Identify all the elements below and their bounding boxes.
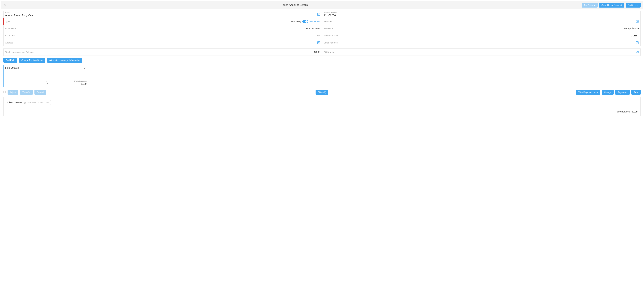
- name-label: Name: [5, 11, 10, 13]
- content-area: Name Annual Promo Petty Cash Account Num…: [1, 9, 643, 118]
- web-payment-links-button[interactable]: Web Payment Links: [576, 90, 600, 95]
- folio-buttons-row: Add Folio Charge Routing Setup Alternate…: [3, 58, 641, 63]
- edit-icon[interactable]: [317, 41, 320, 44]
- folio-card[interactable]: Folio 000710 Folio Balance $0.00: [3, 65, 88, 87]
- adjust-button[interactable]: Adjust: [8, 90, 18, 95]
- total-row: Total House Account Balance $0.00 PO Num…: [3, 48, 641, 56]
- action-bar: Adjust Transfer Refund Filter (0) Web Pa…: [3, 90, 641, 95]
- total-balance-value: $0.00: [314, 51, 320, 53]
- svg-point-6: [46, 81, 47, 82]
- folio-panel-header: Folio - 000710 Start Date - End Date: [6, 100, 638, 105]
- svg-rect-3: [636, 41, 638, 44]
- account-number-label: Account Number: [324, 11, 338, 13]
- company-label: Company: [5, 34, 14, 37]
- charge-routing-button[interactable]: Charge Routing Setup: [19, 58, 46, 63]
- date-separator: -: [38, 101, 39, 104]
- email-label: Email Address: [324, 41, 338, 44]
- type-cell: Type Temporary Permanent: [4, 18, 322, 25]
- payments-button[interactable]: Payments: [615, 90, 630, 95]
- alt-language-button[interactable]: Alternate Language Information: [47, 58, 82, 63]
- edit-icon[interactable]: [636, 50, 639, 53]
- method-of-pay-label: Method of Pay: [324, 34, 338, 37]
- tax-exempt-button[interactable]: Tax Exempt: [582, 3, 598, 7]
- total-balance-label: Total House Account Balance: [5, 51, 34, 53]
- open-date-cell: Open Date Nov 05, 2022: [4, 25, 322, 32]
- filter-button[interactable]: Filter (0): [316, 90, 328, 95]
- start-date-placeholder: Start Date: [28, 101, 36, 104]
- permanent-label: Permanent: [310, 20, 320, 23]
- audit-logs-button[interactable]: Audit Logs: [626, 3, 641, 7]
- page-title: House Account Details: [8, 3, 580, 6]
- company-cell: Company NA: [4, 32, 322, 39]
- svg-rect-0: [318, 13, 320, 15]
- temporary-label: Temporary: [291, 20, 301, 23]
- panel-balance-label: Folio Balance: [616, 110, 630, 113]
- type-toggle[interactable]: [302, 20, 308, 23]
- address-label: Address: [5, 41, 13, 44]
- remarks-cell: Remarks: [322, 18, 640, 25]
- svg-point-5: [84, 68, 85, 69]
- svg-rect-4: [636, 51, 638, 53]
- add-folio-button[interactable]: Add Folio: [3, 58, 17, 63]
- type-toggle-group: Temporary Permanent: [291, 20, 320, 23]
- end-date-value: Not Applicable: [624, 27, 639, 30]
- folio-panel-title: Folio - 000710: [6, 101, 22, 104]
- panel-balance-value: $0.00: [632, 110, 638, 113]
- account-number-cell: Account Number 111-00000: [322, 11, 640, 18]
- edit-icon[interactable]: [636, 20, 639, 23]
- type-label: Type: [5, 20, 291, 23]
- open-date-label: Open Date: [5, 27, 16, 30]
- folio-detail-panel: Folio - 000710 Start Date - End Date Fol…: [3, 97, 641, 116]
- folio-card-title: Folio 000710: [5, 66, 86, 69]
- po-number-label: PO Number: [324, 51, 335, 53]
- po-number-cell: PO Number: [322, 48, 640, 55]
- select-all-checkbox[interactable]: [3, 91, 6, 93]
- folio-panel-footer: Folio Balance $0.00: [6, 110, 638, 113]
- svg-point-10: [46, 84, 47, 84]
- gear-icon[interactable]: [83, 66, 86, 70]
- header-actions: Tax Exempt Clear House Account Audit Log…: [582, 3, 641, 7]
- total-balance-cell: Total House Account Balance $0.00: [4, 48, 322, 55]
- refund-button[interactable]: Refund: [34, 90, 46, 95]
- svg-rect-14: [24, 102, 26, 103]
- email-cell: Email Address: [322, 39, 640, 46]
- header-bar: ✕ House Account Details Tax Exempt Clear…: [1, 1, 643, 9]
- end-date-label: End Date: [324, 27, 333, 30]
- company-value: NA: [317, 34, 320, 37]
- method-of-pay-cell: Method of Pay GUEST: [322, 32, 640, 39]
- details-grid: Name Annual Promo Petty Cash Account Num…: [3, 11, 641, 46]
- app-frame: ✕ House Account Details Tax Exempt Clear…: [1, 1, 643, 285]
- open-date-value: Nov 05, 2022: [306, 27, 320, 30]
- print-button[interactable]: Print: [632, 90, 641, 95]
- method-of-pay-value: GUEST: [631, 34, 639, 37]
- account-number-value: 111-00000: [324, 14, 336, 17]
- close-icon[interactable]: ✕: [3, 3, 7, 7]
- date-range-picker[interactable]: Start Date - End Date: [22, 100, 51, 105]
- clear-house-account-button[interactable]: Clear House Account: [599, 3, 624, 7]
- name-cell: Name Annual Promo Petty Cash: [4, 11, 322, 18]
- edit-icon[interactable]: [636, 41, 639, 44]
- svg-point-7: [48, 82, 48, 82]
- transfer-button[interactable]: Transfer: [20, 90, 33, 95]
- svg-point-12: [46, 83, 46, 83]
- edit-icon[interactable]: [317, 13, 320, 16]
- name-value: Annual Promo Petty Cash: [5, 14, 34, 17]
- calendar-icon: [24, 102, 26, 104]
- svg-rect-2: [318, 41, 320, 44]
- address-cell: Address: [4, 39, 322, 46]
- svg-rect-1: [636, 20, 638, 23]
- end-date-cell: End Date Not Applicable: [322, 25, 640, 32]
- remarks-label: Remarks: [324, 20, 332, 23]
- charge-button[interactable]: Charge: [602, 90, 614, 95]
- loading-spinner-icon: [45, 81, 48, 84]
- end-date-placeholder: End Date: [40, 101, 49, 104]
- svg-point-8: [48, 83, 48, 83]
